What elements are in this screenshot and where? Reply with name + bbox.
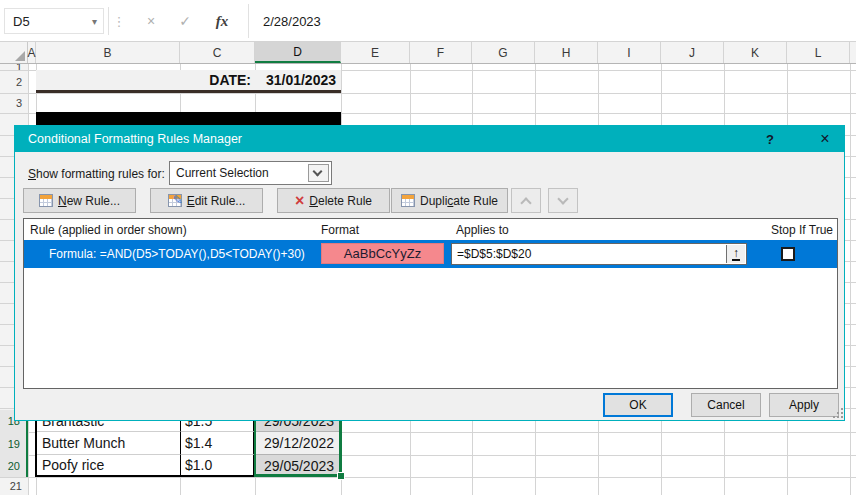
column-header-a[interactable]: A <box>28 42 36 63</box>
new-rule-icon <box>39 194 53 207</box>
rules-list: Rule (applied in order shown) Format App… <box>23 218 838 389</box>
column-header-d-selected[interactable]: D <box>255 42 341 63</box>
cell-b19-name[interactable]: Butter Munch <box>37 432 181 455</box>
apply-button[interactable]: Apply <box>769 393 839 417</box>
rule-format-preview: AaBbCcYyZz <box>321 243 444 264</box>
chevron-up-icon <box>520 197 531 208</box>
column-header-h[interactable]: H <box>535 42 598 63</box>
conditional-formatting-rules-manager-dialog: Conditional Formatting Rules Manager ? ×… <box>14 125 845 421</box>
column-header-rule: Rule (applied in order shown) <box>30 219 187 240</box>
column-header-k[interactable]: K <box>724 42 787 63</box>
cell-d19-date[interactable]: 29/12/2022 <box>255 432 341 455</box>
close-icon[interactable]: × <box>811 126 839 152</box>
resize-grip[interactable] <box>833 408 843 418</box>
column-header-f[interactable]: F <box>410 42 472 63</box>
formula-bar-input[interactable]: 2/28/2023 <box>248 4 856 38</box>
row-header-21[interactable]: 21 <box>0 477 28 495</box>
column-header-c[interactable]: C <box>180 42 255 63</box>
collapse-arrow-icon: ↑ <box>732 248 740 261</box>
column-header-j[interactable]: J <box>661 42 724 63</box>
collapse-dialog-button[interactable]: ↑ <box>726 245 745 263</box>
column-headers: A B C D E F G H I J K L <box>0 42 856 64</box>
applies-to-input[interactable]: =$D$5:$D$20 ↑ <box>451 243 747 265</box>
rule-row-selected[interactable]: Formula: =AND(D5>TODAY(),D5<TODAY()+30) … <box>24 240 837 268</box>
dialog-title: Conditional Formatting Rules Manager <box>28 132 242 146</box>
column-header-format: Format <box>321 219 359 240</box>
stop-if-true-checkbox[interactable] <box>781 247 795 261</box>
delete-rule-label: Delete Rule <box>309 194 372 208</box>
duplicate-rule-button[interactable]: Duplicate Rule <box>391 188 508 213</box>
move-rule-up-button[interactable] <box>511 188 541 213</box>
gridline-horizontal <box>0 477 856 478</box>
column-header-b[interactable]: B <box>36 42 180 63</box>
edit-rule-icon: ✎ <box>168 194 182 207</box>
select-all-triangle-icon <box>15 51 25 61</box>
divider <box>108 7 109 35</box>
column-header-l[interactable]: L <box>787 42 850 63</box>
row-header-2[interactable]: 2 <box>0 70 28 93</box>
black-filled-row[interactable] <box>36 112 341 126</box>
cell-c20-price[interactable]: $1.0 <box>181 455 255 477</box>
new-rule-label: New Rule... <box>58 194 120 208</box>
chevron-down-icon <box>313 167 323 177</box>
edit-rule-button[interactable]: ✎ Edit Rule... <box>150 188 263 213</box>
row-header-3[interactable]: 3 <box>0 93 28 113</box>
column-header-applies-to: Applies to <box>456 219 509 240</box>
chevron-down-icon <box>557 193 568 204</box>
applies-to-value: =$D$5:$D$20 <box>457 247 531 261</box>
insert-function-icon[interactable]: fx <box>206 8 238 34</box>
duplicate-rule-icon <box>401 194 415 207</box>
help-icon[interactable]: ? <box>759 126 781 152</box>
delete-rule-button[interactable]: × Delete Rule <box>277 188 390 213</box>
duplicate-rule-label: Duplicate Rule <box>420 194 498 208</box>
cell-c19-price[interactable]: $1.4 <box>181 432 255 455</box>
enter-icon[interactable]: ✓ <box>170 8 200 34</box>
pencil-icon: ✎ <box>173 193 183 207</box>
name-box-value: D5 <box>13 14 30 29</box>
show-rules-dropdown-value: Current Selection <box>176 166 269 180</box>
show-rules-dropdown[interactable]: Current Selection <box>169 161 332 185</box>
edit-rule-label: Edit Rule... <box>187 194 246 208</box>
cell-d2-date-value[interactable]: 31/01/2023 <box>255 70 336 90</box>
show-rules-label: Show formatting rules for: <box>28 167 165 181</box>
move-rule-down-button[interactable] <box>548 188 578 213</box>
dialog-titlebar[interactable]: Conditional Formatting Rules Manager <box>15 126 844 152</box>
gridline-vertical <box>850 64 851 495</box>
cell-c2-date-label[interactable]: DATE: <box>180 70 251 90</box>
select-all-button[interactable] <box>0 42 28 63</box>
ok-button[interactable]: OK <box>603 393 673 417</box>
cancel-icon[interactable]: × <box>136 8 166 34</box>
formula-bar-row: D5 ▾ ⋮ × ✓ fx 2/28/2023 <box>0 0 856 42</box>
rule-description: Formula: =AND(D5>TODAY(),D5<TODAY()+30) <box>49 240 305 268</box>
column-header-stop-if-true: Stop If True <box>714 219 833 240</box>
formula-bar-value: 2/28/2023 <box>263 14 321 29</box>
name-box[interactable]: D5 ▾ <box>4 8 104 34</box>
column-header-i[interactable]: I <box>598 42 661 63</box>
show-rules-label-accel: S <box>28 167 36 181</box>
column-header-e[interactable]: E <box>341 42 410 63</box>
delete-x-icon: × <box>295 193 304 209</box>
dropdown-arrow-button[interactable] <box>308 164 329 182</box>
cancel-button[interactable]: Cancel <box>691 393 761 417</box>
fill-handle[interactable] <box>337 472 345 480</box>
gridline-horizontal <box>0 93 856 94</box>
selection-border-bottom <box>254 474 340 477</box>
table-row-19: Butter Munch $1.4 29/12/2022 <box>35 432 342 455</box>
row-header-20[interactable]: 20 <box>0 455 28 477</box>
row-header-19[interactable]: 19 <box>0 432 28 455</box>
resize-dots-icon[interactable]: ⋮ <box>112 8 126 34</box>
show-rules-label-rest: how formatting rules for: <box>36 167 165 181</box>
cell-b20-name[interactable]: Poofy rice <box>37 455 181 477</box>
column-header-g[interactable]: G <box>472 42 535 63</box>
new-rule-button[interactable]: New Rule... <box>23 188 136 213</box>
name-box-dropdown-icon[interactable]: ▾ <box>92 16 97 27</box>
